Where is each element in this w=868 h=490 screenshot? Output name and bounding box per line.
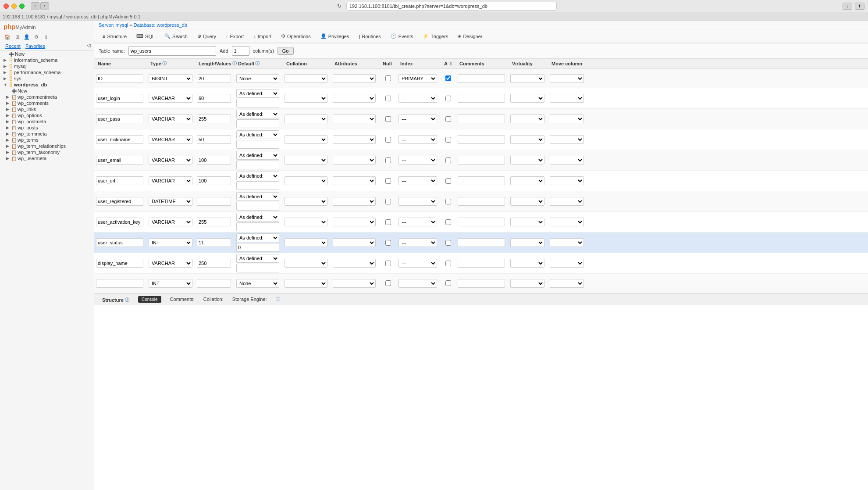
- field-length-user-activation-key[interactable]: [197, 218, 231, 226]
- field-null-user-registered[interactable]: [385, 199, 391, 204]
- field-comment-user-activation-key[interactable]: [458, 218, 505, 226]
- info-sidebar-icon[interactable]: ℹ: [42, 33, 50, 41]
- field-virtuality-user-email[interactable]: [510, 156, 544, 165]
- field-name-user-registered[interactable]: [96, 197, 143, 206]
- field-comment-user-nickname[interactable]: [458, 135, 505, 144]
- field-ai-id[interactable]: [445, 75, 451, 81]
- field-null-user-activation-key[interactable]: [385, 219, 391, 225]
- field-move-user-url[interactable]: [550, 176, 584, 185]
- field-type-user-activation-key[interactable]: VARCHAR: [149, 218, 192, 226]
- field-virtuality-user-pass[interactable]: [510, 114, 544, 123]
- field-default-type-display-name[interactable]: As defined:: [236, 254, 279, 263]
- field-attributes-user-nickname[interactable]: [333, 135, 376, 144]
- tab-import[interactable]: ↓ Import: [249, 32, 276, 41]
- field-name-id[interactable]: [96, 74, 143, 83]
- breadcrumb-server[interactable]: Server: mysql: [99, 22, 128, 28]
- field-collation-user-url[interactable]: [285, 176, 327, 185]
- home-icon[interactable]: 🏠: [4, 33, 11, 41]
- sidebar-item-new-wp[interactable]: ➕ New: [0, 88, 94, 94]
- field-type-user-nickname[interactable]: VARCHAR: [149, 135, 192, 144]
- field-name-user-url[interactable]: [96, 176, 143, 185]
- add-count-input[interactable]: [232, 46, 249, 56]
- back-button[interactable]: ‹: [31, 2, 39, 10]
- field-collation-user-pass[interactable]: [285, 114, 327, 123]
- tab-operations[interactable]: ⚙ Operations: [276, 31, 316, 41]
- settings-icon[interactable]: ⚙: [32, 33, 40, 41]
- field-type-id[interactable]: BIGINT: [149, 74, 192, 83]
- field-default-val-user-email[interactable]: [236, 161, 279, 169]
- field-length-empty[interactable]: [197, 279, 231, 288]
- sidebar-item-wordpress-db[interactable]: ▼ 🗄 wordpress_db: [0, 82, 94, 88]
- field-collation-empty[interactable]: [285, 279, 327, 288]
- field-name-display-name[interactable]: [96, 259, 143, 268]
- field-null-user-nickname[interactable]: [385, 137, 391, 143]
- field-attributes-user-registered[interactable]: [333, 197, 376, 206]
- field-length-user-registered[interactable]: [197, 197, 231, 206]
- field-comment-user-login[interactable]: [458, 94, 505, 103]
- favorites-tab[interactable]: Favorites: [24, 43, 47, 50]
- tab-events[interactable]: 🕐 Events: [386, 31, 418, 41]
- field-comment-id[interactable]: [458, 74, 505, 83]
- field-collation-user-login[interactable]: [285, 94, 327, 103]
- field-attributes-display-name[interactable]: [333, 259, 376, 268]
- field-ai-empty[interactable]: [445, 280, 451, 286]
- sidebar-item-wp-term-taxonomy[interactable]: ▶ 📋 wp_term_taxonomy: [0, 149, 94, 155]
- sidebar-item-wp-term-relationships[interactable]: ▶ 📋 wp_term_relationships: [0, 143, 94, 149]
- sidebar-item-new-root[interactable]: ➕ New: [0, 51, 94, 57]
- field-attributes-user-email[interactable]: [333, 156, 376, 165]
- field-move-user-pass[interactable]: [550, 114, 584, 123]
- field-null-display-name[interactable]: [385, 261, 391, 266]
- tab-sql[interactable]: ⌨ SQL: [132, 31, 160, 41]
- share-icon[interactable]: ⬆: [855, 3, 864, 10]
- field-virtuality-user-url[interactable]: [510, 176, 544, 185]
- field-default-type-id[interactable]: None: [236, 74, 279, 83]
- field-index-user-activation-key[interactable]: ---: [398, 218, 437, 226]
- field-length-user-pass[interactable]: [197, 114, 231, 123]
- tab-structure[interactable]: ≡ Structure: [98, 32, 132, 41]
- field-type-display-name[interactable]: VARCHAR: [149, 259, 192, 268]
- field-comment-empty[interactable]: [458, 279, 505, 288]
- field-index-user-pass[interactable]: ---: [398, 114, 437, 123]
- tab-privileges[interactable]: 👤 Privileges: [316, 31, 354, 41]
- field-default-type-user-activation-key[interactable]: As defined:: [236, 213, 279, 222]
- field-ai-user-email[interactable]: [445, 157, 451, 163]
- sidebar-item-performance-schema[interactable]: ▶ 🗄 performance_schema: [0, 69, 94, 75]
- recent-tab[interactable]: Recent: [4, 43, 22, 50]
- field-ai-user-nickname[interactable]: [445, 137, 451, 143]
- field-comment-user-registered[interactable]: [458, 197, 505, 206]
- field-default-val-display-name[interactable]: [236, 264, 279, 272]
- sidebar-item-sys[interactable]: ▶ 🗄 sys: [0, 75, 94, 82]
- field-virtuality-user-status[interactable]: [510, 238, 544, 247]
- tab-routines[interactable]: ∫ Routines: [354, 32, 385, 41]
- field-null-user-url[interactable]: [385, 178, 391, 184]
- field-comment-user-pass[interactable]: [458, 114, 505, 123]
- field-default-val-user-registered[interactable]: [236, 202, 279, 211]
- sidebar-item-wp-options[interactable]: ▶ 📋 wp_options: [0, 112, 94, 118]
- field-type-user-email[interactable]: VARCHAR: [149, 156, 192, 165]
- downloads-icon[interactable]: ↓: [843, 3, 852, 10]
- field-attributes-user-activation-key[interactable]: [333, 218, 376, 226]
- field-name-user-nickname[interactable]: [96, 135, 143, 144]
- field-attributes-user-status[interactable]: [333, 238, 376, 247]
- tab-designer[interactable]: ◈ Designer: [453, 31, 487, 41]
- sidebar-item-information-schema[interactable]: ▶ 🗄 information_schema: [0, 57, 94, 63]
- field-length-display-name[interactable]: [197, 259, 231, 268]
- field-virtuality-user-nickname[interactable]: [510, 135, 544, 144]
- field-index-user-login[interactable]: ---: [398, 94, 437, 103]
- field-name-user-status[interactable]: [96, 238, 143, 247]
- field-null-user-email[interactable]: [385, 157, 391, 163]
- tab-export[interactable]: ↑ Export: [221, 32, 249, 41]
- length-info-icon[interactable]: ⓘ: [232, 61, 237, 67]
- field-comment-user-status[interactable]: [458, 238, 505, 247]
- field-ai-user-registered[interactable]: [445, 199, 451, 204]
- field-type-user-url[interactable]: VARCHAR: [149, 176, 192, 185]
- field-length-id[interactable]: [197, 74, 231, 83]
- field-default-type-user-login[interactable]: As defined:: [236, 89, 279, 98]
- field-move-user-email[interactable]: [550, 156, 584, 165]
- sidebar-item-wp-terms[interactable]: ▶ 📋 wp_terms: [0, 137, 94, 143]
- field-name-user-pass[interactable]: [96, 114, 143, 123]
- field-name-user-activation-key[interactable]: [96, 218, 143, 226]
- console-btn[interactable]: Console: [138, 296, 161, 303]
- field-index-user-nickname[interactable]: ---: [398, 135, 437, 144]
- field-collation-user-email[interactable]: [285, 156, 327, 165]
